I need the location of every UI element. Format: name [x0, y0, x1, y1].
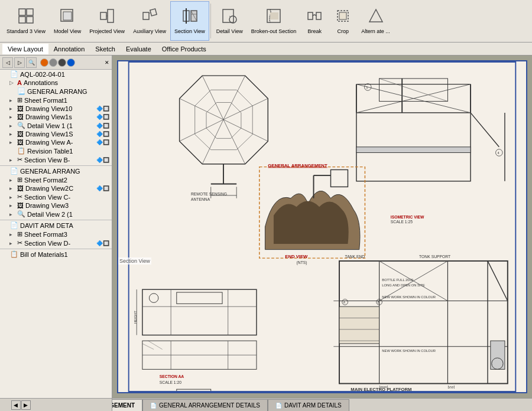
sidebar-filter2-btn[interactable] [49, 58, 57, 67]
sidebar-filter3-btn[interactable] [58, 58, 66, 67]
bottom-controls: ◀ ▶ [0, 398, 41, 411]
projected-view-label: Projected View [89, 29, 125, 35]
tree-item-general-arrang[interactable]: 📃 GENERAL ARRANG [0, 87, 112, 96]
menu-evaluate[interactable]: Evaluate [121, 44, 157, 54]
tree-item-davit-arm[interactable]: 📄 DAVIT ARM DETA [0, 220, 112, 230]
svg-text:SCALE 1:25: SCALE 1:25 [391, 220, 413, 224]
tree-item-general-label: GENERAL ARRANG [27, 88, 87, 95]
tree-item-detail-view2[interactable]: ▸ 🔍 Detail View 2 (1 [0, 210, 112, 218]
drawing-canvas: Section View [117, 60, 527, 393]
alternate-button[interactable]: Altern ate ... [357, 1, 394, 41]
tree-item-section-view-c[interactable]: ▸ ✂ Section View C- [0, 193, 112, 201]
expand-icon: ▸ [9, 194, 15, 200]
expand-icon: ▸ [9, 139, 15, 145]
svg-rect-10 [150, 8, 157, 15]
sidebar-close-btn[interactable]: ✕ [105, 60, 109, 66]
menu-sketch[interactable]: Sketch [90, 44, 121, 54]
sidebar-filter-btn[interactable] [40, 58, 48, 67]
projected-view-icon [99, 8, 115, 28]
tree-item-general-arrang2[interactable]: 📄 GENERAL ARRANG [0, 165, 112, 175]
tree-item-section-view-b[interactable]: ▸ ✂ Section View B- 🔷🔲 [0, 155, 112, 164]
sidebar-filter4-btn[interactable] [67, 58, 75, 67]
tree-item-bill-of-materials[interactable]: 📋 Bill of Materials1 [0, 249, 112, 259]
tree-item-drawing-view1s2[interactable]: ▸ 🖼 Drawing View1S 🔷🔲 [0, 130, 112, 138]
detail-view-button[interactable]: Detail View [212, 1, 247, 41]
broken-out-section-button[interactable]: Broken-out Section [247, 1, 301, 41]
standard-3view-button[interactable]: Standard 3 View [2, 1, 50, 41]
svg-rect-5 [63, 12, 72, 20]
sidebar-search-btn[interactable]: 🔍 [26, 57, 37, 68]
tree-item-dva-label: Drawing View A- [25, 139, 73, 146]
projected-view-button[interactable]: Projected View [85, 1, 129, 41]
model-view-button[interactable]: Model View [50, 1, 85, 41]
menu-view-layout[interactable]: View Layout [2, 44, 48, 54]
svg-rect-53 [356, 147, 471, 153]
tree-item-svb-label: Section View B- [24, 156, 70, 164]
view-badges2: 🔷🔲 [96, 114, 109, 120]
expand-icon: ▸ [9, 231, 15, 237]
svg-line-19 [229, 16, 231, 17]
tree-item-drawing-view-a[interactable]: ▸ 🖼 Drawing View A- 🔷🔲 [0, 138, 112, 146]
tree-item-section-view-d[interactable]: ▸ ✂ Section View D- 🔷🔲 [0, 239, 112, 247]
crop-icon [335, 8, 351, 28]
sheet-icon: ⊞ [17, 96, 22, 104]
tab-ga-details-label: GENERAL ARRANGEMENT DETAILS [159, 402, 260, 409]
toolbar: Standard 3 View Model View Projected Vie… [0, 0, 532, 43]
scroll-left-btn[interactable]: ◀ [11, 400, 21, 410]
expand-icon: ▸ [9, 157, 15, 163]
svg-rect-3 [27, 17, 33, 23]
svd-badges: 🔷🔲 [96, 240, 109, 246]
crop-button[interactable]: Crop [329, 1, 357, 41]
tree-item-detail-view1[interactable]: ▸ 🔍 Detail View 1 (1 🔷🔲 [0, 121, 112, 130]
tree-item-sheet-format2[interactable]: ▸ ⊞ Sheet Format2 [0, 175, 112, 184]
auxiliary-view-button[interactable]: Auxiliary View [129, 1, 170, 41]
tab-general-arrangement-details[interactable]: 📄 GENERAL ARRANGEMENT DETAILS [142, 399, 268, 411]
svg-rect-9 [143, 12, 149, 19]
tree-item-annotations[interactable]: ▷ A Annotations [0, 79, 112, 87]
tree-item-sf3-label: Sheet Format3 [24, 231, 67, 238]
tree-item-aql[interactable]: 📄 AQL-002-04-01 [0, 70, 112, 79]
svg-text:END VIEW: END VIEW [285, 254, 308, 259]
svg-text:TONK SUPPORT: TONK SUPPORT [419, 255, 450, 259]
section-view-button[interactable]: Section View [170, 1, 209, 41]
drawing-area[interactable]: Section View [112, 56, 532, 398]
break-label: Break [308, 29, 322, 35]
svg-rect-21 [270, 12, 278, 19]
view-icon: 🖼 [17, 105, 24, 112]
separator1 [210, 4, 211, 38]
break-button[interactable]: Break [300, 1, 329, 41]
sidebar-expand-btn[interactable]: ▷ [14, 57, 25, 68]
sidebar-collapse-btn[interactable]: ◁ [2, 57, 13, 68]
tree-item-drawing-view1s[interactable]: ▸ 🖼 Drawing View1s 🔷🔲 [0, 113, 112, 121]
tree-item-annotations-label: Annotations [24, 79, 58, 86]
section-view-label: Section View [118, 257, 151, 265]
menu-annotation[interactable]: Annotation [48, 44, 90, 54]
tree-item-dv2c-label: Drawing View2C [25, 185, 73, 192]
svg-rect-23 [316, 12, 321, 19]
doc-icon3: 📄 [10, 221, 18, 229]
bom-icon: 📋 [10, 250, 18, 258]
sheet-icon2: ⊞ [17, 176, 22, 184]
tab-davit-arm-details[interactable]: 📄 DAVIT ARM DETAILS [268, 399, 349, 411]
svg-rect-22 [308, 12, 313, 19]
tree-item-detail1-label: Detail View 1 (1 [27, 122, 73, 129]
expand-icon: ▸ [9, 185, 15, 191]
scroll-right-btn[interactable]: ▶ [21, 400, 31, 410]
svg-rect-103 [339, 306, 379, 344]
tree-item-sheet-format1[interactable]: ▸ ⊞ Sheet Format1 [0, 96, 112, 105]
tree-item-drawing-view3[interactable]: ▸ 🖼 Drawing View3 [0, 201, 112, 210]
menu-office-products[interactable]: Office Products [157, 44, 212, 54]
standard-3view-icon [18, 8, 34, 28]
tree-item-sheet-format3[interactable]: ▸ ⊞ Sheet Format3 [0, 230, 112, 239]
detail-view-icon [221, 8, 238, 28]
detail-badges: 🔷🔲 [96, 123, 109, 129]
broken-out-section-icon [265, 8, 282, 28]
expand-icon: ▸ [9, 240, 15, 246]
tree-item-revision-table1[interactable]: 📋 Revision Table1 [0, 146, 112, 155]
view-icon3: 🖼 [17, 131, 24, 138]
annotation-icon: A [17, 79, 22, 86]
tree-item-drawing-view10[interactable]: ▸ 🖼 Drawing View10 🔷🔲 [0, 105, 112, 113]
tab-davit-label: DAVIT ARM DETAILS [284, 402, 342, 409]
tree-item-drawing-view2c[interactable]: ▸ 🖼 Drawing View2C 🔷🔲 [0, 184, 112, 193]
auxiliary-view-icon [141, 8, 158, 28]
